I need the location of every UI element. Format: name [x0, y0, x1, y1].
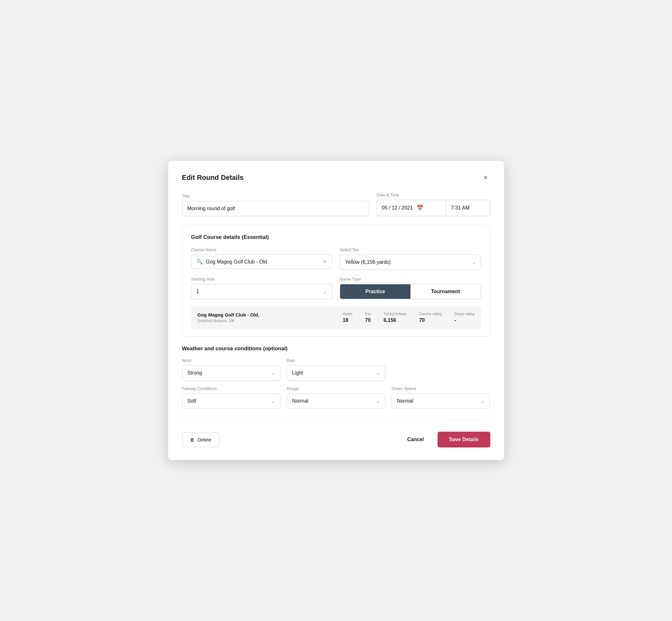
- starting-hole-dropdown[interactable]: 1 ⌄: [191, 284, 333, 299]
- hole-gametype-row: Starting Hole 1 ⌄ Game Type Practice Tou…: [191, 277, 481, 299]
- wind-rain-row: Wind Strong ⌄ Rain Light ⌄: [182, 358, 490, 380]
- cancel-button[interactable]: Cancel: [401, 432, 430, 447]
- footer-divider: [182, 419, 490, 419]
- yards-value: 6,156: [384, 318, 396, 323]
- search-icon: 🔍: [197, 259, 203, 265]
- date-value: 05 / 12 / 2021: [382, 205, 413, 211]
- top-fields-row: Title Date & Time 05 / 12 / 2021 📅 7:31 …: [182, 193, 490, 216]
- fairway-rough-green-row: Fairway Conditions Soft ⌄ Rough Normal ⌄…: [182, 386, 490, 409]
- course-name-input[interactable]: 🔍 Gog Magog Golf Club - Old ✕: [191, 255, 333, 269]
- game-type-toggle: Practice Tournament: [340, 284, 481, 299]
- practice-button[interactable]: Practice: [340, 284, 411, 299]
- title-label: Title: [182, 194, 369, 199]
- rain-label: Rain: [287, 358, 385, 363]
- chevron-down-icon-6: ⌄: [376, 399, 380, 404]
- chevron-down-icon-2: ⌄: [323, 289, 327, 294]
- course-name-label: Course Name: [191, 247, 333, 252]
- save-details-button[interactable]: Save Details: [437, 432, 490, 448]
- calendar-icon: 📅: [416, 204, 423, 211]
- green-speed-label: Green Speed: [391, 386, 490, 391]
- course-info-main-name: Gog Magog Golf Club - Old,: [198, 312, 343, 318]
- fairway-value: Soft: [187, 398, 196, 404]
- wind-value: Strong: [187, 370, 202, 376]
- fairway-field: Fairway Conditions Soft ⌄: [182, 386, 281, 409]
- weather-title: Weather and course conditions (optional): [182, 345, 490, 352]
- starting-hole-group: Starting Hole 1 ⌄: [191, 277, 333, 299]
- chevron-down-icon-7: ⌄: [481, 399, 485, 404]
- title-field-group: Title: [182, 194, 369, 216]
- title-input[interactable]: [182, 201, 369, 216]
- fairway-dropdown[interactable]: Soft ⌄: [182, 394, 281, 409]
- datetime-field-group: Date & Time 05 / 12 / 2021 📅 7:31 AM: [377, 193, 490, 216]
- chevron-down-icon-4: ⌄: [376, 370, 380, 375]
- green-speed-field: Green Speed Normal ⌄: [391, 386, 490, 409]
- modal-footer: 🗑 Delete Cancel Save Details: [182, 428, 490, 448]
- slope-rating-label: Slope rating: [454, 312, 474, 316]
- par-value: 70: [365, 318, 371, 323]
- time-input[interactable]: 7:31 AM: [446, 200, 490, 216]
- rough-dropdown[interactable]: Normal ⌄: [287, 394, 385, 409]
- delete-label: Delete: [198, 437, 211, 443]
- select-tee-label: Select Tee: [340, 247, 481, 252]
- chevron-down-icon-5: ⌄: [271, 399, 275, 404]
- course-info-location: Shelford Bottom, UK: [198, 318, 343, 323]
- rough-value: Normal: [292, 398, 308, 404]
- slope-rating-stat: Slope rating -: [454, 312, 474, 323]
- footer-right: Cancel Save Details: [401, 432, 490, 448]
- tournament-button[interactable]: Tournament: [411, 284, 481, 299]
- yards-stat: Yards(Yellow) 6,156: [384, 312, 407, 323]
- clear-course-icon[interactable]: ✕: [323, 259, 327, 265]
- holes-stat: Holes 18: [343, 312, 352, 323]
- wind-label: Wind: [182, 358, 281, 363]
- chevron-down-icon: ⌄: [472, 260, 476, 265]
- chevron-down-icon-3: ⌄: [271, 370, 275, 375]
- holes-value: 18: [343, 318, 348, 323]
- rain-value: Light: [292, 370, 303, 376]
- golf-section-title: Golf Course details (Essential): [191, 234, 481, 241]
- course-rating-stat: Course rating 70: [419, 312, 442, 323]
- wind-field: Wind Strong ⌄: [182, 358, 281, 380]
- golf-course-section: Golf Course details (Essential) Course N…: [182, 225, 490, 337]
- par-stat: Par 70: [365, 312, 371, 323]
- course-name-group: Course Name 🔍 Gog Magog Golf Club - Old …: [191, 247, 333, 270]
- close-button[interactable]: ×: [481, 172, 490, 183]
- rough-field: Rough Normal ⌄: [287, 386, 385, 409]
- weather-section: Weather and course conditions (optional)…: [182, 345, 490, 409]
- modal-title: Edit Round Details: [182, 173, 244, 182]
- rain-field: Rain Light ⌄: [287, 358, 385, 380]
- select-tee-dropdown[interactable]: Yellow (6,156 yards) ⌄: [340, 255, 481, 270]
- modal-header: Edit Round Details ×: [182, 172, 490, 183]
- rough-label: Rough: [287, 386, 385, 391]
- green-speed-dropdown[interactable]: Normal ⌄: [391, 394, 490, 409]
- course-name-value: Gog Magog Golf Club - Old: [206, 259, 320, 265]
- course-rating-label: Course rating: [419, 312, 442, 316]
- trash-icon: 🗑: [190, 437, 195, 443]
- course-info-row: Gog Magog Golf Club - Old, Shelford Bott…: [191, 306, 481, 329]
- game-type-group: Game Type Practice Tournament: [340, 277, 481, 299]
- select-tee-group: Select Tee Yellow (6,156 yards) ⌄: [340, 247, 481, 270]
- wind-dropdown[interactable]: Strong ⌄: [182, 365, 281, 380]
- holes-label: Holes: [343, 312, 352, 316]
- game-type-label: Game Type: [340, 277, 481, 282]
- datetime-label: Date & Time: [377, 193, 490, 197]
- yards-label: Yards(Yellow): [384, 312, 407, 316]
- starting-hole-value: 1: [197, 289, 199, 294]
- green-speed-value: Normal: [397, 398, 413, 404]
- datetime-inputs: 05 / 12 / 2021 📅 7:31 AM: [377, 200, 490, 216]
- rain-dropdown[interactable]: Light ⌄: [287, 365, 385, 380]
- course-info-name-group: Gog Magog Golf Club - Old, Shelford Bott…: [198, 312, 343, 323]
- course-rating-value: 70: [419, 318, 425, 323]
- starting-hole-label: Starting Hole: [191, 277, 333, 282]
- fairway-label: Fairway Conditions: [182, 386, 281, 391]
- date-input[interactable]: 05 / 12 / 2021 📅: [377, 200, 446, 216]
- course-tee-row: Course Name 🔍 Gog Magog Golf Club - Old …: [191, 247, 481, 270]
- edit-round-modal: Edit Round Details × Title Date & Time 0…: [168, 161, 504, 460]
- time-value: 7:31 AM: [451, 205, 470, 211]
- par-label: Par: [365, 312, 371, 316]
- select-tee-value: Yellow (6,156 yards): [345, 259, 390, 265]
- slope-rating-value: -: [454, 318, 456, 323]
- course-stats: Holes 18 Par 70 Yards(Yellow) 6,156 Cour…: [343, 312, 474, 323]
- delete-button[interactable]: 🗑 Delete: [182, 432, 219, 447]
